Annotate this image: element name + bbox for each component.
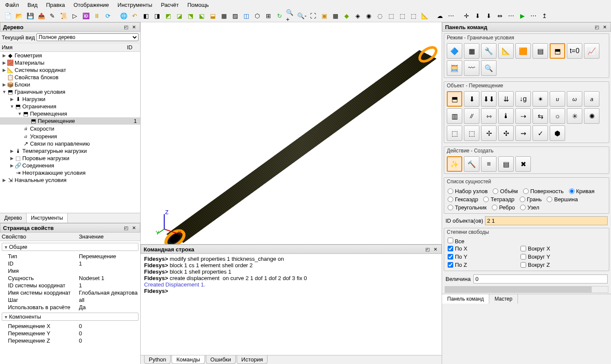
pause-icon[interactable]: ⏸ (92, 11, 102, 21)
viewport-3d[interactable]: X Y Z (141, 22, 442, 244)
tool-b-icon[interactable]: ◉ (364, 11, 374, 21)
tool-c-icon[interactable]: ◌ (375, 11, 385, 21)
close-icon[interactable]: ✕ (432, 246, 439, 253)
obj-gravity-icon[interactable]: ↓g (515, 91, 531, 107)
tree-item[interactable]: ▶🌡Температурные нагрузки (0, 147, 140, 155)
more2-icon[interactable]: ⋯ (506, 11, 516, 21)
menu-Вид[interactable]: Вид (24, 1, 41, 9)
chk-rz[interactable]: Вокруг Z (521, 262, 568, 268)
tree-item[interactable]: ▶◆Геометрия (0, 52, 140, 59)
close-icon[interactable]: ✕ (130, 24, 137, 30)
mode-contact-icon[interactable]: ▤ (533, 43, 548, 59)
wire-icon[interactable]: ▦ (219, 11, 229, 21)
more-icon[interactable]: ⋯ (446, 11, 456, 21)
view-bottom-icon[interactable]: ⬓ (208, 11, 218, 21)
mode-result-icon[interactable]: 🔍 (481, 60, 497, 76)
action-list-icon[interactable]: ≡ (481, 156, 497, 172)
tab-panel[interactable]: Панель команд (442, 294, 489, 304)
obj-force-icon[interactable]: ⬇ (464, 91, 479, 107)
obj-link-icon[interactable]: ⇿ (481, 108, 497, 124)
obj-velocity-icon[interactable]: u (550, 91, 565, 107)
undock-icon[interactable]: ◰ (123, 24, 129, 30)
undock-icon[interactable]: ◰ (424, 246, 431, 253)
radio-nodeset[interactable]: Набор узлов (448, 188, 488, 194)
obj-rad-icon[interactable]: ☼ (550, 108, 565, 124)
zoom-out-icon[interactable]: 🔍- (297, 11, 307, 21)
obj-pressure-icon[interactable]: ⬇⬇ (481, 91, 497, 107)
anchor2-icon[interactable]: ⬇ (484, 11, 494, 21)
obj-displacement-icon[interactable]: ⬒ (447, 91, 462, 107)
obj-distload-icon[interactable]: ⇊ (498, 91, 514, 107)
radio-curve[interactable]: Кривая (569, 188, 595, 194)
tree-item[interactable]: ⇥Неотражающие условия (0, 169, 140, 176)
export-icon[interactable]: 📤 (36, 11, 46, 21)
tree-item[interactable]: ▼⬒Перемещения (0, 110, 140, 117)
hscroll[interactable] (445, 286, 608, 293)
tab-commands[interactable]: Команды (172, 355, 205, 364)
sync-icon[interactable]: ↻ (274, 11, 285, 21)
action-edit-icon[interactable]: 🔨 (464, 156, 479, 172)
axes-icon[interactable]: 📐 (419, 11, 430, 21)
iso-icon[interactable]: ◧ (141, 11, 151, 21)
radio-surface[interactable]: Поверхность (523, 188, 564, 194)
fit-icon[interactable]: ⛶ (308, 11, 318, 21)
select-edge-icon[interactable]: ⬚ (408, 11, 418, 21)
view-top-icon[interactable]: ⬕ (196, 11, 207, 21)
anchor-icon[interactable]: ⬇ (473, 11, 483, 21)
id-input[interactable] (485, 216, 608, 225)
clip-icon[interactable]: ⊞ (263, 11, 274, 21)
mode-time-icon[interactable]: t=0 (567, 43, 582, 59)
mode-bc-icon[interactable]: ⬒ (550, 43, 565, 59)
persp-icon[interactable]: ⬡ (252, 11, 262, 21)
tree-item[interactable]: ▶⬇Нагрузки (0, 95, 140, 103)
tree-item[interactable]: ▶📦Блоки (0, 81, 140, 88)
action-delete-icon[interactable]: ✖ (515, 156, 531, 172)
obj-column-icon[interactable]: ▥ (447, 108, 462, 124)
tree-item[interactable]: ▶🔗Соединения (0, 162, 140, 169)
script-icon[interactable]: 📜 (58, 11, 69, 21)
obj-body-icon[interactable]: ✴ (533, 91, 548, 107)
undock-icon[interactable]: ◰ (593, 24, 600, 30)
tree-item[interactable]: ▼⬒Ограничения (0, 103, 140, 110)
tree-body[interactable]: ▶◆Геометрия▶🧱Материалы▶📐Системы координа… (0, 52, 140, 213)
undock-icon[interactable]: ◰ (123, 224, 129, 231)
tab-history[interactable]: История (237, 355, 268, 364)
radio-edge[interactable]: Ребро (492, 204, 515, 211)
more3-icon[interactable]: ⋯ (528, 11, 539, 21)
obj-conv-icon[interactable]: ⇆ (533, 108, 548, 124)
select-box-icon[interactable]: ⬚ (386, 11, 396, 21)
tree-item[interactable]: ↗Связи по направлению (0, 140, 140, 147)
menu-Файл[interactable]: Файл (2, 1, 22, 9)
view-right-icon[interactable]: ⬔ (185, 11, 196, 21)
tree-view-select[interactable]: Полное дерево (36, 33, 138, 41)
close-icon[interactable]: ✕ (601, 24, 608, 30)
radio-tri[interactable]: Треугольник (448, 204, 487, 211)
radio-hex[interactable]: Гексаэдр (448, 196, 478, 203)
obj-accel-icon[interactable]: a (584, 91, 599, 107)
obj-omega-icon[interactable]: ω (567, 91, 582, 107)
chk-x[interactable]: По X (448, 245, 495, 252)
action-table-icon[interactable]: ▤ (498, 156, 514, 172)
action-create-icon[interactable]: ✨ (447, 156, 462, 172)
refresh-icon[interactable]: ⟳ (103, 11, 113, 21)
tree-item[interactable]: ⬒Перемещение1 (0, 117, 140, 125)
radio-vertex[interactable]: Вершина (547, 196, 578, 203)
tool-a-icon[interactable]: ◈ (352, 11, 363, 21)
tree-item[interactable]: ▼⬒Граничные условия (0, 88, 140, 95)
mode-material-icon[interactable]: 🔧 (481, 43, 497, 59)
chk-z[interactable]: По Z (448, 262, 495, 268)
view-left-icon[interactable]: ◪ (174, 11, 184, 21)
mode-wave-icon[interactable]: 〰 (464, 60, 479, 76)
tab-tools[interactable]: Инструменты (27, 213, 68, 223)
view-back-icon[interactable]: ◩ (163, 11, 173, 21)
tree-item[interactable]: 𝑢̇Скорости (0, 125, 140, 132)
menu-Инструменты[interactable]: Инструменты (114, 1, 156, 9)
obj-dir-icon[interactable]: ✓ (533, 125, 548, 141)
obj-pore-icon[interactable]: ⬚ (447, 125, 462, 141)
obj-temp-icon[interactable]: 🌡 (498, 108, 514, 124)
mode-block-icon[interactable]: 🟧 (515, 43, 531, 59)
tree-item[interactable]: ▶🧱Материалы (0, 59, 140, 66)
radio-volume[interactable]: Объём (493, 188, 518, 194)
obj-spring-icon[interactable]: ⫽ (464, 108, 479, 124)
cloud-icon[interactable]: ☁ (435, 11, 445, 21)
